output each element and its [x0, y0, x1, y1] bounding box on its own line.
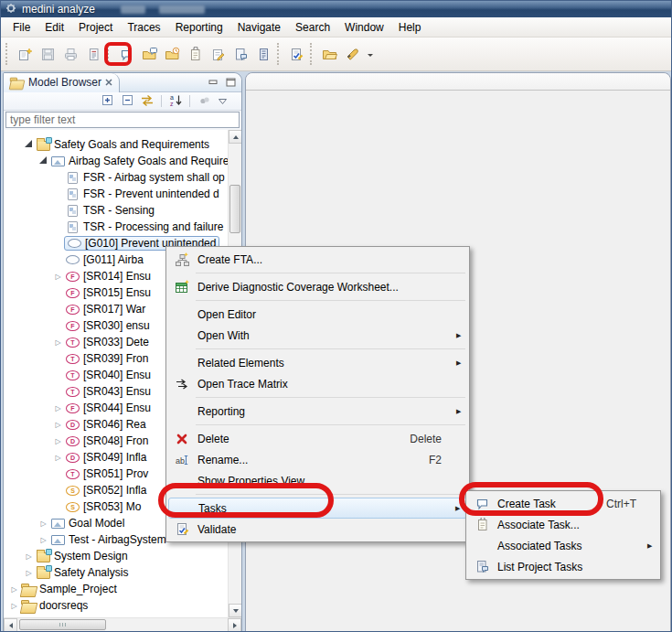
trace-matrix-icon	[170, 377, 194, 391]
tree-item[interactable]: ▷Safety Analysis	[4, 564, 228, 581]
expand-arrow-icon[interactable]: ▷	[52, 454, 64, 462]
create-task-icon	[470, 497, 494, 511]
maximize-panel-icon[interactable]	[224, 76, 238, 88]
report-button[interactable]	[82, 43, 105, 65]
expand-arrow-icon[interactable]: ▷	[52, 273, 64, 281]
menu-navigate[interactable]: Navigate	[230, 19, 288, 36]
open-resource-button[interactable]	[318, 43, 341, 65]
tree-item[interactable]: ▷System Design	[4, 548, 228, 564]
tree-item[interactable]: FSR - Airbag system shall op	[4, 169, 228, 186]
tree-item[interactable]: Airbag Safety Goals and Require	[4, 153, 228, 169]
rename-icon: ab	[170, 453, 194, 467]
menu-item-create-fta[interactable]: Create FTA...	[168, 249, 467, 270]
menu-search[interactable]: Search	[288, 19, 337, 36]
submenu-item-list-project-tasks[interactable]: List Project Tasks	[468, 556, 658, 577]
expand-arrow-icon[interactable]: ▷	[37, 536, 49, 544]
menu-item-related-elements[interactable]: Related Elements▶	[168, 352, 467, 373]
link-with-editor-button[interactable]	[138, 93, 156, 110]
menu-item-reporting[interactable]: Reporting▶	[168, 401, 467, 422]
edit-note-button[interactable]	[207, 43, 229, 65]
expand-arrow-icon[interactable]: ▷	[52, 437, 64, 445]
expand-all-button[interactable]	[98, 93, 116, 110]
menu-item-delete[interactable]: DeleteDelete	[168, 428, 467, 449]
link-with-editor-icon	[140, 93, 155, 110]
create-task-button[interactable]	[115, 43, 138, 65]
menu-item-open-trace-matrix[interactable]: Open Trace Matrix	[168, 373, 467, 394]
view-folder-icon	[10, 79, 24, 88]
menu-edit[interactable]: Edit	[37, 19, 71, 36]
minimize-panel-icon[interactable]	[207, 76, 220, 88]
view-menu-button[interactable]	[215, 93, 229, 110]
expand-arrow-icon[interactable]	[23, 142, 35, 147]
expand-arrow-icon[interactable]: ▷	[37, 520, 49, 528]
associate-task-button[interactable]	[184, 43, 207, 65]
validate-button[interactable]	[285, 43, 308, 65]
menu-item-rename[interactable]: ab Rename...F2	[168, 449, 467, 470]
scroll-up-button[interactable]	[229, 130, 241, 144]
toolbar-grip	[5, 43, 10, 65]
close-icon[interactable]	[105, 76, 112, 89]
open-task-folder-button[interactable]	[138, 43, 161, 65]
scroll-right-button[interactable]	[228, 618, 241, 632]
tree-item[interactable]: TSR - Processing and failure	[4, 219, 228, 235]
functional-requirement-icon: F	[66, 403, 80, 413]
toolbar-grip	[107, 43, 112, 65]
new-wizard-button[interactable]	[14, 43, 37, 65]
expand-arrow-icon[interactable]: ▷	[52, 421, 64, 429]
scroll-left-button[interactable]	[4, 618, 17, 632]
menu-help[interactable]: Help	[391, 19, 429, 36]
requirement-doc-icon	[68, 188, 78, 200]
menu-traces[interactable]: Traces	[120, 19, 167, 36]
menu-project[interactable]: Project	[71, 19, 120, 36]
menu-window[interactable]: Window	[337, 19, 391, 36]
sort-button[interactable]: az	[166, 93, 185, 110]
decomposed-requirement-icon: D	[66, 420, 80, 430]
menu-file[interactable]: File	[5, 19, 37, 36]
task-document-button[interactable]	[229, 43, 252, 65]
scroll-down-button[interactable]	[229, 604, 241, 617]
functional-requirement-icon: F	[66, 305, 80, 315]
expand-arrow-icon[interactable]: ▷	[52, 404, 64, 412]
highlight-brush-button[interactable]	[341, 43, 364, 65]
menu-item-validate[interactable]: Validate	[168, 519, 467, 540]
filter-dots-icon	[197, 93, 211, 110]
requirement-doc-icon	[68, 221, 78, 233]
filter-button[interactable]	[195, 93, 213, 110]
collapse-all-button[interactable]	[118, 93, 136, 110]
redacted-text	[159, 5, 205, 14]
scrollbar-thumb[interactable]	[229, 185, 240, 233]
expand-arrow-icon[interactable]	[37, 158, 49, 164]
panel-tab-row: Model Browser	[4, 73, 241, 92]
expand-arrow-icon[interactable]: ▷	[8, 585, 20, 594]
print-button[interactable]	[59, 43, 82, 65]
save-button[interactable]	[37, 43, 59, 65]
menu-reporting[interactable]: Reporting	[168, 19, 230, 36]
brush-dropdown-button[interactable]	[364, 43, 376, 65]
submenu-item-create-task[interactable]: Create TaskCtrl+T	[468, 493, 658, 514]
functional-requirement-icon: F	[66, 288, 80, 298]
tree-item[interactable]: FSR - Prevent unintended d	[4, 186, 228, 202]
menu-item-tasks[interactable]: Tasks▶	[168, 498, 467, 519]
filter-input[interactable]	[5, 112, 240, 128]
menu-item-derive-coverage[interactable]: Derive Diagnostic Coverage Worksheet...	[168, 276, 467, 297]
view-toolbar: az	[4, 92, 241, 111]
menu-item-show-properties[interactable]: Show Properties View	[168, 470, 467, 491]
documents-list-button[interactable]	[252, 43, 275, 65]
expand-arrow-icon[interactable]: ▷	[23, 552, 35, 561]
expand-arrow-icon[interactable]: ▷	[23, 569, 35, 577]
tree-item[interactable]: ▷Sample_Project	[4, 581, 228, 597]
save-icon	[40, 47, 56, 62]
recent-tasks-button[interactable]	[161, 43, 184, 65]
tab-model-browser[interactable]: Model Browser	[4, 73, 120, 92]
tree-item[interactable]: ▷doorsreqs	[4, 597, 228, 614]
associate-task-icon	[470, 518, 494, 532]
expand-arrow-icon[interactable]: ▷	[8, 602, 20, 610]
submenu-item-associate-task[interactable]: Associate Task...	[468, 514, 658, 535]
menu-item-open-editor[interactable]: Open Editor	[168, 304, 467, 325]
menu-item-open-with[interactable]: Open With▶	[168, 325, 467, 346]
scrollbar-thumb[interactable]	[19, 619, 106, 630]
submenu-item-associated-tasks[interactable]: Associated Tasks▶	[468, 535, 658, 556]
tree-item[interactable]: TSR - Sensing	[4, 202, 228, 219]
expand-arrow-icon[interactable]: ▷	[52, 338, 64, 347]
tree-item[interactable]: Safety Goals and Requirements	[4, 136, 228, 153]
